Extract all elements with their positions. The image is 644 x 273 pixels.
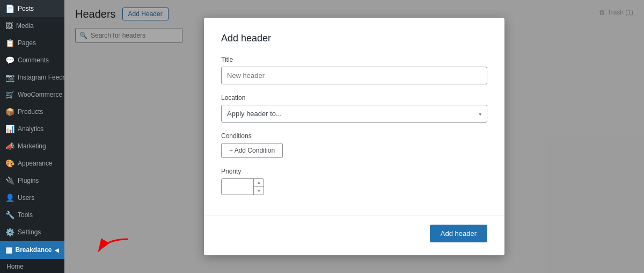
settings-icon: ⚙️ xyxy=(5,228,14,236)
breakdance-submenu: Home Templates Headers Footers xyxy=(0,259,64,273)
sidebar-item-products[interactable]: 📦 Products xyxy=(0,103,64,120)
posts-icon: 📄 xyxy=(5,4,14,13)
sidebar: 📄 Posts 🖼 Media 📋 Pages 💬 Comments 📷 Ins… xyxy=(0,0,64,273)
sidebar-item-pages[interactable]: 📋 Pages xyxy=(0,34,64,52)
priority-input-wrap: ▲ ▼ xyxy=(221,178,264,195)
priority-field-group: Priority ▲ ▼ xyxy=(221,168,487,195)
tools-icon: 🔧 xyxy=(5,211,14,219)
sidebar-item-users[interactable]: 👤 Users xyxy=(0,189,64,206)
comments-icon: 💬 xyxy=(5,56,14,64)
priority-label: Priority xyxy=(221,168,487,175)
priority-decrement-button[interactable]: ▼ xyxy=(254,187,264,195)
sidebar-item-plugins[interactable]: 🔌 Plugins xyxy=(0,172,64,189)
sidebar-item-media[interactable]: 🖼 Media xyxy=(0,17,64,34)
sidebar-item-woocommerce[interactable]: 🛒 WooCommerce xyxy=(0,86,64,103)
location-label: Location xyxy=(221,94,487,102)
sidebar-item-instagram[interactable]: 📷 Instagram Feeds xyxy=(0,69,64,86)
plugins-icon: 🔌 xyxy=(5,176,14,185)
sidebar-item-marketing[interactable]: 📣 Marketing xyxy=(0,138,64,155)
modal-title: Add header xyxy=(221,33,487,44)
analytics-icon: 📊 xyxy=(5,125,14,133)
products-icon: 📦 xyxy=(5,107,14,116)
modal-backdrop: Add header Title Location Apply header t… xyxy=(64,0,644,273)
instagram-icon: 📷 xyxy=(5,73,14,82)
breakdance-header[interactable]: ▦ Breakdance ◀ xyxy=(0,241,64,259)
sidebar-item-posts[interactable]: 📄 Posts xyxy=(0,0,64,17)
sidebar-item-settings[interactable]: ⚙️ Settings xyxy=(0,224,64,241)
sidebar-item-appearance[interactable]: 🎨 Appearance xyxy=(0,155,64,172)
sidebar-item-analytics[interactable]: 📊 Analytics xyxy=(0,120,64,138)
media-icon: 🖼 xyxy=(5,21,13,30)
priority-increment-button[interactable]: ▲ xyxy=(254,178,264,187)
title-field-group: Title xyxy=(221,56,487,84)
add-header-modal: Add header Title Location Apply header t… xyxy=(204,18,504,255)
sidebar-item-home[interactable]: Home xyxy=(0,259,64,273)
conditions-field-group: Conditions + Add Condition xyxy=(221,132,487,158)
priority-spinners: ▲ ▼ xyxy=(253,178,264,195)
location-select[interactable]: Apply header to... Entire Site Front Pag… xyxy=(221,105,487,123)
title-label: Title xyxy=(221,56,487,63)
add-condition-button[interactable]: + Add Condition xyxy=(221,143,283,158)
appearance-icon: 🎨 xyxy=(5,159,14,168)
sidebar-item-comments[interactable]: 💬 Comments xyxy=(0,52,64,69)
sidebar-item-tools[interactable]: 🔧 Tools xyxy=(0,206,64,224)
modal-footer: Add header xyxy=(204,215,504,255)
woocommerce-icon: 🛒 xyxy=(5,90,14,99)
title-input[interactable] xyxy=(221,67,487,84)
pages-icon: 📋 xyxy=(5,39,14,47)
location-field-group: Location Apply header to... Entire Site … xyxy=(221,94,487,123)
conditions-label: Conditions xyxy=(221,132,487,140)
breakdance-collapse-icon: ◀ xyxy=(55,247,59,253)
marketing-icon: 📣 xyxy=(5,142,14,150)
submit-add-header-button[interactable]: Add header xyxy=(430,225,487,242)
modal-body: Add header Title Location Apply header t… xyxy=(204,18,504,215)
breakdance-section: ▦ Breakdance ◀ Home Templates Headers Fo… xyxy=(0,241,64,273)
main-content: Headers Add Header 🗑 Trash (1) 🔍 Add hea… xyxy=(64,0,644,273)
breakdance-icon: ▦ xyxy=(5,246,12,254)
location-select-wrap: Apply header to... Entire Site Front Pag… xyxy=(221,105,487,123)
users-icon: 👤 xyxy=(5,193,14,202)
